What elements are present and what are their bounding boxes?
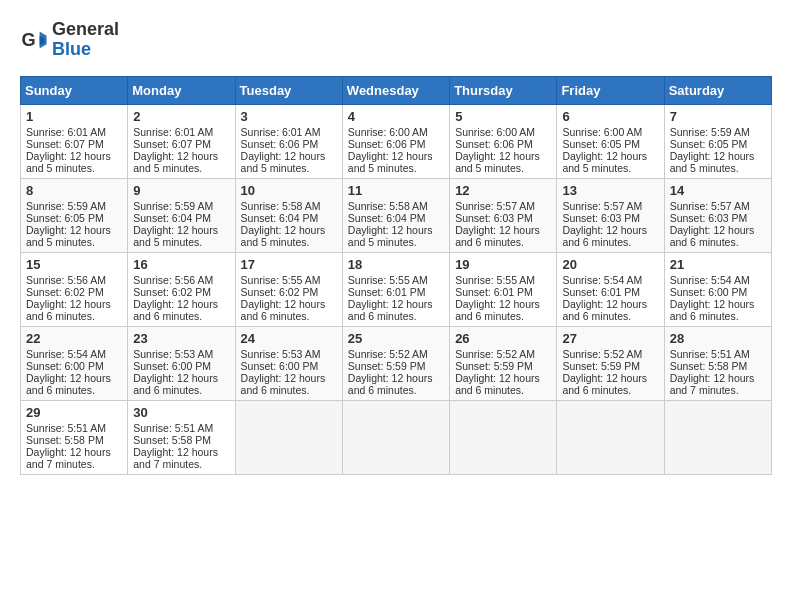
daylight-label: Daylight: 12 hours and 5 minutes. [348,150,433,174]
logo: G General Blue [20,20,119,60]
sunset-label: Sunset: 6:07 PM [26,138,104,150]
day-number: 11 [348,183,444,198]
day-number: 6 [562,109,658,124]
daylight-label: Daylight: 12 hours and 6 minutes. [670,224,755,248]
calendar-cell: 17Sunrise: 5:55 AMSunset: 6:02 PMDayligh… [235,252,342,326]
daylight-label: Daylight: 12 hours and 6 minutes. [562,224,647,248]
sunset-label: Sunset: 6:04 PM [348,212,426,224]
sunrise-label: Sunrise: 6:00 AM [455,126,535,138]
sunset-label: Sunset: 6:00 PM [26,360,104,372]
calendar-cell [342,400,449,474]
daylight-label: Daylight: 12 hours and 6 minutes. [562,298,647,322]
daylight-label: Daylight: 12 hours and 5 minutes. [26,224,111,248]
sunrise-label: Sunrise: 5:59 AM [26,200,106,212]
daylight-label: Daylight: 12 hours and 5 minutes. [348,224,433,248]
sunset-label: Sunset: 6:03 PM [562,212,640,224]
sunset-label: Sunset: 6:05 PM [670,138,748,150]
day-number: 7 [670,109,766,124]
day-number: 17 [241,257,337,272]
day-number: 4 [348,109,444,124]
week-row-3: 22Sunrise: 5:54 AMSunset: 6:00 PMDayligh… [21,326,772,400]
day-number: 29 [26,405,122,420]
daylight-label: Daylight: 12 hours and 6 minutes. [455,372,540,396]
sunrise-label: Sunrise: 5:58 AM [241,200,321,212]
daylight-label: Daylight: 12 hours and 6 minutes. [455,298,540,322]
daylight-label: Daylight: 12 hours and 7 minutes. [670,372,755,396]
sunrise-label: Sunrise: 5:59 AM [670,126,750,138]
header-row: SundayMondayTuesdayWednesdayThursdayFrid… [21,76,772,104]
day-number: 15 [26,257,122,272]
sunrise-label: Sunrise: 5:55 AM [241,274,321,286]
sunrise-label: Sunrise: 6:01 AM [241,126,321,138]
sunrise-label: Sunrise: 5:56 AM [133,274,213,286]
calendar-cell: 21Sunrise: 5:54 AMSunset: 6:00 PMDayligh… [664,252,771,326]
sunset-label: Sunset: 6:04 PM [133,212,211,224]
calendar-cell [664,400,771,474]
day-number: 23 [133,331,229,346]
sunset-label: Sunset: 6:02 PM [133,286,211,298]
sunrise-label: Sunrise: 6:00 AM [562,126,642,138]
calendar-cell: 3Sunrise: 6:01 AMSunset: 6:06 PMDaylight… [235,104,342,178]
header-saturday: Saturday [664,76,771,104]
daylight-label: Daylight: 12 hours and 7 minutes. [133,446,218,470]
day-number: 21 [670,257,766,272]
sunset-label: Sunset: 6:01 PM [455,286,533,298]
day-number: 28 [670,331,766,346]
calendar-cell: 15Sunrise: 5:56 AMSunset: 6:02 PMDayligh… [21,252,128,326]
calendar-cell: 7Sunrise: 5:59 AMSunset: 6:05 PMDaylight… [664,104,771,178]
sunrise-label: Sunrise: 5:55 AM [348,274,428,286]
daylight-label: Daylight: 12 hours and 5 minutes. [133,150,218,174]
sunrise-label: Sunrise: 5:52 AM [348,348,428,360]
day-number: 14 [670,183,766,198]
calendar-cell: 29Sunrise: 5:51 AMSunset: 5:58 PMDayligh… [21,400,128,474]
week-row-4: 29Sunrise: 5:51 AMSunset: 5:58 PMDayligh… [21,400,772,474]
day-number: 9 [133,183,229,198]
sunrise-label: Sunrise: 6:00 AM [348,126,428,138]
daylight-label: Daylight: 12 hours and 6 minutes. [241,298,326,322]
page-header: G General Blue [20,20,772,60]
week-row-1: 8Sunrise: 5:59 AMSunset: 6:05 PMDaylight… [21,178,772,252]
sunset-label: Sunset: 6:03 PM [455,212,533,224]
calendar-cell: 8Sunrise: 5:59 AMSunset: 6:05 PMDaylight… [21,178,128,252]
sunrise-label: Sunrise: 5:59 AM [133,200,213,212]
daylight-label: Daylight: 12 hours and 6 minutes. [348,372,433,396]
calendar-cell: 10Sunrise: 5:58 AMSunset: 6:04 PMDayligh… [235,178,342,252]
calendar-cell: 11Sunrise: 5:58 AMSunset: 6:04 PMDayligh… [342,178,449,252]
daylight-label: Daylight: 12 hours and 6 minutes. [670,298,755,322]
daylight-label: Daylight: 12 hours and 6 minutes. [348,298,433,322]
calendar-cell [557,400,664,474]
calendar-cell: 23Sunrise: 5:53 AMSunset: 6:00 PMDayligh… [128,326,235,400]
sunset-label: Sunset: 5:59 PM [562,360,640,372]
calendar-cell: 30Sunrise: 5:51 AMSunset: 5:58 PMDayligh… [128,400,235,474]
sunset-label: Sunset: 6:03 PM [670,212,748,224]
calendar-cell: 22Sunrise: 5:54 AMSunset: 6:00 PMDayligh… [21,326,128,400]
sunset-label: Sunset: 6:06 PM [241,138,319,150]
sunrise-label: Sunrise: 5:57 AM [455,200,535,212]
header-thursday: Thursday [450,76,557,104]
daylight-label: Daylight: 12 hours and 5 minutes. [670,150,755,174]
day-number: 8 [26,183,122,198]
sunrise-label: Sunrise: 6:01 AM [26,126,106,138]
day-number: 12 [455,183,551,198]
sunset-label: Sunset: 5:58 PM [133,434,211,446]
logo-text: General Blue [52,20,119,60]
day-number: 22 [26,331,122,346]
daylight-label: Daylight: 12 hours and 5 minutes. [133,224,218,248]
calendar-cell: 13Sunrise: 5:57 AMSunset: 6:03 PMDayligh… [557,178,664,252]
calendar-cell: 27Sunrise: 5:52 AMSunset: 5:59 PMDayligh… [557,326,664,400]
day-number: 26 [455,331,551,346]
sunset-label: Sunset: 5:58 PM [670,360,748,372]
day-number: 1 [26,109,122,124]
sunrise-label: Sunrise: 6:01 AM [133,126,213,138]
sunrise-label: Sunrise: 5:53 AM [133,348,213,360]
daylight-label: Daylight: 12 hours and 6 minutes. [241,372,326,396]
daylight-label: Daylight: 12 hours and 5 minutes. [241,150,326,174]
svg-text:G: G [21,29,35,49]
calendar-cell: 19Sunrise: 5:55 AMSunset: 6:01 PMDayligh… [450,252,557,326]
calendar-cell: 25Sunrise: 5:52 AMSunset: 5:59 PMDayligh… [342,326,449,400]
sunrise-label: Sunrise: 5:58 AM [348,200,428,212]
sunrise-label: Sunrise: 5:57 AM [670,200,750,212]
sunrise-label: Sunrise: 5:57 AM [562,200,642,212]
week-row-0: 1Sunrise: 6:01 AMSunset: 6:07 PMDaylight… [21,104,772,178]
calendar-cell: 14Sunrise: 5:57 AMSunset: 6:03 PMDayligh… [664,178,771,252]
